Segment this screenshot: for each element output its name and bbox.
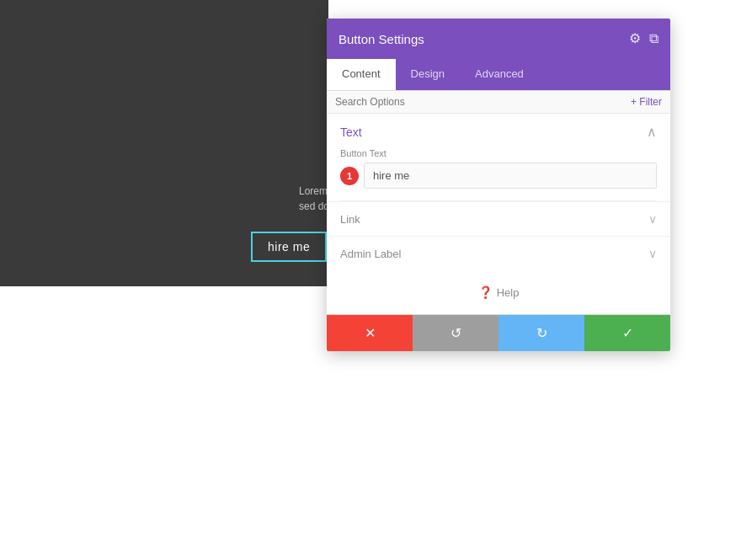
button-text-input[interactable] — [364, 163, 657, 189]
admin-label-label: Admin Label — [340, 248, 401, 260]
modal-body: Text ∧ Button Text 1 Link ∨ Admin Label … — [327, 114, 670, 314]
link-section-row[interactable]: Link ∨ — [327, 201, 670, 236]
hire-me-page-button[interactable]: hire me — [251, 232, 327, 262]
filter-button[interactable]: + Filter — [631, 96, 662, 108]
cancel-button[interactable]: ✕ — [327, 315, 413, 351]
settings-icon[interactable]: ⚙ — [629, 32, 641, 45]
link-chevron-icon: ∨ — [648, 212, 657, 226]
admin-label-section-row[interactable]: Admin Label ∨ — [327, 236, 670, 270]
undo-button[interactable]: ↺ — [413, 315, 498, 351]
help-icon: ❓ — [478, 285, 493, 299]
admin-label-chevron-icon: ∨ — [648, 247, 657, 260]
search-input[interactable] — [335, 96, 626, 108]
save-button[interactable]: ✓ — [584, 315, 670, 351]
tab-content[interactable]: Content — [327, 59, 396, 90]
modal-title: Button Settings — [339, 32, 424, 46]
expand-icon[interactable]: ⧉ — [649, 32, 658, 45]
button-text-field-group: Button Text 1 — [327, 148, 670, 200]
tab-design[interactable]: Design — [396, 59, 460, 90]
help-row[interactable]: ❓ Help — [327, 270, 670, 314]
modal-header: Button Settings ⚙ ⧉ — [327, 19, 670, 59]
dark-editor-panel: Lorem a sed do hire me — [0, 0, 328, 286]
text-section-header: Text ∧ — [327, 114, 670, 148]
tab-advanced[interactable]: Advanced — [460, 59, 539, 90]
button-text-row: 1 — [340, 163, 657, 189]
modal-header-icons: ⚙ ⧉ — [629, 32, 658, 45]
redo-button[interactable]: ↻ — [498, 315, 584, 351]
help-label: Help — [497, 286, 520, 299]
button-settings-modal: Button Settings ⚙ ⧉ Content Design Advan… — [327, 19, 670, 351]
modal-tabs: Content Design Advanced — [327, 59, 670, 91]
text-section-toggle[interactable]: ∧ — [647, 124, 657, 140]
step-badge: 1 — [340, 167, 359, 185]
search-bar: + Filter — [327, 91, 670, 114]
button-text-label: Button Text — [340, 148, 657, 158]
text-section-title: Text — [340, 125, 362, 139]
link-label: Link — [340, 213, 360, 226]
modal-footer: ✕ ↺ ↻ ✓ — [327, 314, 670, 351]
